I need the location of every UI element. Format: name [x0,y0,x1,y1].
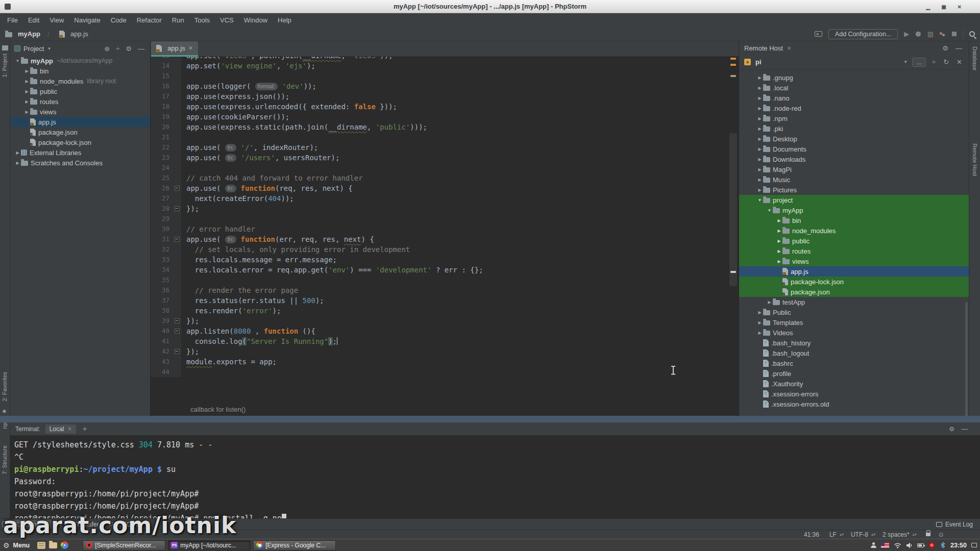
terminal-tab-local[interactable]: Local ✕ [45,424,76,434]
code-line[interactable]: 18app.use(express.urlencoded({ extended:… [151,102,728,112]
tree-item-xauthority[interactable]: ?.Xauthority [739,379,969,389]
tree-item-scratches-and-consoles[interactable]: ▶Scratches and Consoles [10,158,150,168]
hide-panel-icon[interactable]: — [136,45,146,53]
line-number[interactable]: 43 [151,357,173,367]
expand-arrow[interactable]: ▶ [756,137,763,141]
code-line[interactable]: 36 // render the error page [151,285,728,295]
gear-icon[interactable]: ⚙ [941,44,950,52]
code-line[interactable]: 13app.set('views', path.join(__dirname, … [151,57,728,61]
indent-setting[interactable]: 2 spaces* [883,531,910,538]
expand-arrow[interactable]: ▼ [14,59,21,63]
tree-item-app-js[interactable]: JSapp.js [10,117,150,127]
line-number[interactable]: 31 [151,234,173,244]
tab-app-js[interactable]: JS app.js ✕ [151,41,198,57]
tree-item-bin[interactable]: ▶bin [739,215,969,226]
tree-item-videos[interactable]: ▶Videos [739,328,969,338]
tree-item-magpi[interactable]: ▶MagPi [739,164,969,174]
tree-item-myapp[interactable]: ▼myApp~/iot/sources/myApp [10,56,150,66]
tree-item-views[interactable]: ▶views [739,256,969,266]
line-number[interactable]: 14 [151,61,173,71]
chevron-down-icon[interactable]: ▼ [903,60,908,64]
scrollbar-thumb[interactable] [729,133,737,286]
expand-arrow[interactable]: ▶ [23,89,30,94]
tree-item-node-modules[interactable]: ▶node_modules [739,226,969,236]
code-line[interactable]: 22app.use( fn: '/', indexRouter); [151,142,728,153]
menu-tools[interactable]: Tools [189,14,215,26]
menu-window[interactable]: Window [239,14,273,26]
line-number[interactable]: 25 [151,173,173,183]
expand-arrow[interactable]: ▶ [776,259,782,264]
panel-splitter[interactable] [0,416,980,422]
file-encoding[interactable]: UTF-8 [851,531,868,538]
expand-arrow[interactable]: ▶ [756,116,763,121]
expand-arrow[interactable]: ▶ [756,320,763,325]
bluetooth-icon[interactable] [940,542,946,548]
tree-item-myapp[interactable]: ▼myApp [739,205,969,215]
scrollbar-thumb[interactable] [965,302,968,422]
line-number[interactable]: 23 [151,153,173,163]
tree-item-testapp[interactable]: ▶testApp [739,297,969,307]
breadcrumb-file[interactable]: app.js [70,30,88,38]
breadcrumb-project[interactable]: myApp [18,30,40,38]
keyboard-layout-flag-icon[interactable] [881,542,889,548]
locate-file-icon[interactable]: ⊕ [103,45,111,53]
hide-panel-icon[interactable]: — [962,425,968,433]
collapse-all-icon[interactable]: ÷ [114,45,121,53]
line-number[interactable]: 38 [151,306,173,316]
window-title-bar[interactable]: myApp [~/iot/sources/myApp] - .../app.js… [0,0,980,13]
tree-item-xsession-errors[interactable]: ?.xsession-errors [739,389,969,399]
expand-arrow[interactable]: ▶ [756,86,763,90]
coverage-icon[interactable]: ▧ [927,30,934,38]
line-number[interactable]: 22 [151,142,173,153]
tree-item-node-modules[interactable]: ▶node_moduleslibrary root [10,76,150,86]
tree-item-app-js[interactable]: JSapp.js [739,266,969,277]
stripe-project-label[interactable]: 1: Project [2,54,8,77]
code-line[interactable]: 39}); [151,316,728,326]
expand-arrow[interactable]: ▶ [14,161,21,165]
expand-arrow[interactable]: ▶ [776,229,782,233]
code-line[interactable]: 32 // set locals, only providing error i… [151,244,728,255]
expand-arrow[interactable]: ▶ [756,76,763,80]
menu-view[interactable]: View [44,14,69,26]
code-line[interactable]: 30// error handler [151,224,728,234]
expand-arrow[interactable]: ▶ [756,127,763,131]
expand-arrow[interactable]: ▶ [14,151,21,155]
battery-icon[interactable] [917,543,924,547]
tree-item-npm[interactable]: ▶.npm [739,113,969,123]
code-line[interactable]: 14app.set('view engine', 'ejs'); [151,61,728,71]
server-name[interactable]: pi [755,58,762,66]
menu-navigate[interactable]: Navigate [69,14,105,26]
tree-item-public[interactable]: ▶public [739,236,969,246]
expand-arrow[interactable]: ▶ [756,178,763,182]
code-line[interactable]: 17app.use(express.json()); [151,91,728,102]
tab-close-icon[interactable]: ✕ [188,45,193,52]
folder-shortcut-icon[interactable] [49,542,57,548]
stop-icon[interactable] [952,32,957,36]
expand-arrow[interactable]: ▶ [756,106,763,111]
hide-panel-icon[interactable]: — [954,44,964,52]
tree-item-routes[interactable]: ▶routes [10,96,150,107]
code-line[interactable]: 20app.use(express.static(path.join(__dir… [151,122,728,132]
code-line[interactable]: 43module.exports = app; [151,357,728,367]
browse-button[interactable]: ... [912,58,926,67]
menu-code[interactable]: Code [106,14,132,26]
code-line[interactable]: 15 [151,71,728,81]
line-number[interactable]: 34 [151,265,173,275]
fold-marker[interactable] [173,183,181,193]
menu-edit[interactable]: Edit [23,14,44,26]
code-line[interactable]: 33 res.locals.message = err.message; [151,255,728,265]
tree-item-package-lock-json[interactable]: {}package-lock.json [739,277,969,287]
line-number[interactable]: 29 [151,214,173,224]
line-number[interactable]: 35 [151,275,173,285]
debug-icon[interactable]: ⬢ [915,30,921,38]
tree-item-node-red[interactable]: ▶.node-red [739,103,969,113]
show-desktop-icon[interactable] [971,543,977,547]
expand-arrow[interactable]: ▶ [776,239,782,243]
menu-gear-icon[interactable]: ⚙ [3,541,10,549]
collapse-all-icon[interactable]: ÷ [930,58,937,66]
taskbar-window-simplescreenrecor[interactable]: [SimpleScreenRecor... [83,540,165,550]
expand-arrow[interactable]: ▶ [756,331,763,335]
minimize-icon[interactable]: ▁ [926,4,930,10]
chrome-launcher-icon[interactable] [61,541,68,549]
code-line[interactable]: 28}); [151,204,728,214]
